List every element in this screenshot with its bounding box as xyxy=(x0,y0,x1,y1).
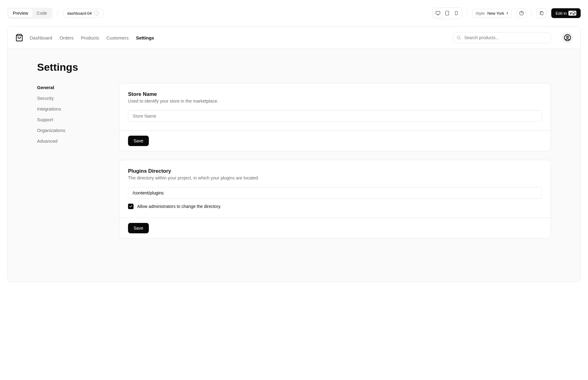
monitor-icon xyxy=(435,11,440,16)
nav-settings[interactable]: Settings xyxy=(136,35,154,40)
nav-customers[interactable]: Customers xyxy=(106,35,129,40)
plugins-dir-desc: The directory within your project, in wh… xyxy=(128,175,542,180)
tablet-icon xyxy=(445,11,450,16)
search-icon xyxy=(456,35,461,40)
mobile-device-button[interactable] xyxy=(452,9,461,17)
sidebar-item-support[interactable]: Support xyxy=(37,117,104,122)
page-body: Settings General Security Integrations S… xyxy=(8,49,580,282)
store-name-desc: Used to identify your store in the marke… xyxy=(128,99,542,103)
info-icon: i xyxy=(94,11,99,16)
builder-toolbar: Preview Code dashboard-04 i Style: New Y… xyxy=(7,7,581,19)
svg-point-13 xyxy=(567,36,568,38)
device-size-group xyxy=(432,7,462,19)
allow-admin-checkbox[interactable] xyxy=(128,204,134,209)
nav-products[interactable]: Products xyxy=(81,35,99,40)
svg-rect-0 xyxy=(436,11,440,14)
style-select[interactable]: Style: New York ▲▼ xyxy=(472,9,512,18)
primary-nav: Dashboard Orders Products Customers Sett… xyxy=(30,35,154,40)
divider xyxy=(467,10,467,16)
settings-main: Store Name Used to identify your store i… xyxy=(119,83,551,239)
block-name-pill[interactable]: dashboard-04 i xyxy=(62,9,104,18)
v0-logo-icon: v xyxy=(568,11,576,16)
smartphone-icon xyxy=(454,11,458,16)
allow-admin-label: Allow administrators to change the direc… xyxy=(137,204,221,209)
svg-point-10 xyxy=(457,36,460,39)
plugins-dir-input[interactable] xyxy=(128,187,542,199)
check-icon xyxy=(129,205,133,208)
settings-sidebar: General Security Integrations Support Or… xyxy=(37,83,104,239)
plugins-dir-save-button[interactable]: Save xyxy=(128,223,149,233)
code-tab[interactable]: Code xyxy=(32,9,51,17)
svg-rect-9 xyxy=(541,12,543,15)
copy-button[interactable] xyxy=(537,8,546,18)
nav-dashboard[interactable]: Dashboard xyxy=(30,35,52,40)
plugins-dir-card: Plugins Directory The directory within y… xyxy=(119,160,551,239)
store-name-card: Store Name Used to identify your store i… xyxy=(119,83,551,151)
nav-orders[interactable]: Orders xyxy=(59,35,74,40)
clipboard-icon xyxy=(539,11,544,16)
svg-rect-5 xyxy=(455,11,457,15)
divider xyxy=(57,10,58,16)
style-label: Style: xyxy=(476,11,486,16)
sidebar-item-integrations[interactable]: Integrations xyxy=(37,106,104,111)
shopping-bag-icon xyxy=(15,34,23,42)
sidebar-item-organizations[interactable]: Organizations xyxy=(37,128,104,133)
svg-line-11 xyxy=(460,39,461,40)
user-circle-icon xyxy=(564,34,571,41)
tablet-device-button[interactable] xyxy=(443,9,451,17)
store-name-input[interactable] xyxy=(128,110,542,122)
search-input[interactable] xyxy=(453,32,551,43)
block-name-label: dashboard-04 xyxy=(67,11,92,16)
plugins-dir-title: Plugins Directory xyxy=(128,168,542,174)
sidebar-item-security[interactable]: Security xyxy=(37,96,104,101)
svg-rect-3 xyxy=(445,11,449,15)
page-title: Settings xyxy=(37,61,551,73)
sidebar-item-advanced[interactable]: Advanced xyxy=(37,138,104,144)
app-header: Dashboard Orders Products Customers Sett… xyxy=(8,27,580,49)
help-button[interactable] xyxy=(517,8,526,18)
edit-in-v0-button[interactable]: Edit in v xyxy=(551,8,581,18)
sidebar-item-general[interactable]: General xyxy=(37,85,104,90)
view-mode-segment: Preview Code xyxy=(7,8,52,19)
preview-frame: Dashboard Orders Products Customers Sett… xyxy=(7,26,581,282)
preview-tab[interactable]: Preview xyxy=(9,9,32,17)
app-logo[interactable] xyxy=(15,33,24,42)
user-avatar[interactable] xyxy=(562,32,573,43)
edit-in-label: Edit in xyxy=(556,11,567,16)
store-name-title: Store Name xyxy=(128,91,542,97)
style-value: New York xyxy=(487,11,504,16)
help-circle-icon xyxy=(519,11,524,16)
store-name-save-button[interactable]: Save xyxy=(128,136,149,146)
search-wrap xyxy=(453,32,551,43)
desktop-device-button[interactable] xyxy=(434,9,442,17)
chevron-up-down-icon: ▲▼ xyxy=(506,12,508,15)
divider xyxy=(531,10,532,16)
